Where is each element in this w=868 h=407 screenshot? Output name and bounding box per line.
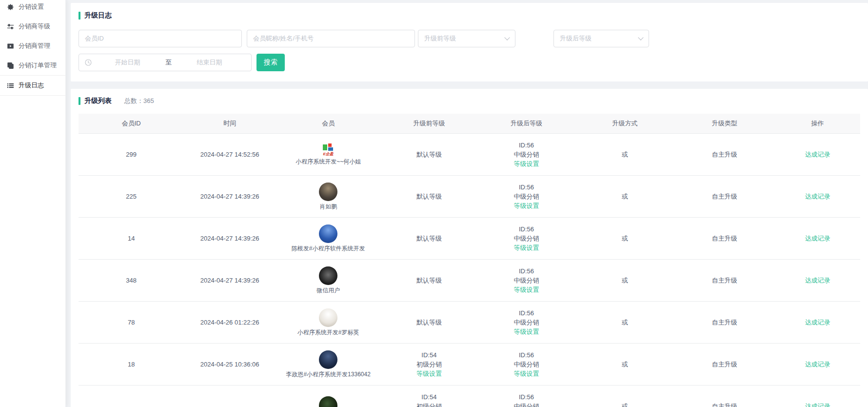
post-level-select[interactable]: 升级后等级 [553,30,649,47]
post-level-settings-link[interactable]: 等级设置 [477,369,575,378]
sidebar-item-upgrade-log[interactable]: 升级日志 [0,75,65,96]
member-name: 微信用户 [316,286,340,295]
avatar [319,266,337,285]
achievement-record-link[interactable]: 达成记录 [805,235,830,242]
member-cell: 小程序系统开发#罗标英 [276,308,381,337]
time-cell [184,386,276,407]
post-level-settings-link[interactable]: 等级设置 [477,243,575,252]
post-level-cell: ID:56 中级分销 等级设置 [477,392,575,407]
member-name: 小程序系统开发~~何小姐 [296,158,361,166]
achievement-record-link[interactable]: 达成记录 [805,319,830,326]
table-row: 299 2024-04-27 14:52:56 E企盈 小程序系统开发~~何小姐… [79,134,860,176]
post-level-name: 中级分销 [477,192,575,201]
achievement-record-link[interactable]: 达成记录 [805,151,830,158]
nickname-input[interactable]: 会员昵称/姓名/手机号 [247,30,415,47]
date-end-placeholder: 结束日期 [174,58,245,67]
member-cell: 微信用户 [276,266,381,295]
post-level-settings-link[interactable]: 等级设置 [477,159,575,168]
upgrade-table: 会员ID 时间 会员 升级前等级 升级后等级 升级方式 升级类型 操作 299 … [79,114,860,407]
col-header-time: 时间 [184,114,276,134]
member-id-input[interactable]: 会员ID [79,30,242,47]
achievement-record-link[interactable]: 达成记录 [805,361,830,368]
pre-level-select[interactable]: 升级前等级 [418,30,515,47]
avatar [319,308,337,327]
list-title-row: 升级列表 总数：365 [79,97,860,105]
type-cell: 自主升级 [674,302,775,344]
chevron-down-icon [638,35,643,40]
member-cell: 陈根发#小程序软件系统开发 [276,224,381,253]
method-cell: 或 [575,260,674,302]
copy-pages-icon [7,62,14,69]
page-title: 升级日志 [84,11,112,20]
post-level-settings-link[interactable]: 等级设置 [477,327,575,336]
sidebar-item-distributor-management[interactable]: 分销商管理 [0,36,65,56]
pre-level-placeholder: 升级前等级 [424,34,456,43]
col-header-member: 会员 [276,114,381,134]
method-cell: 或 [575,344,674,386]
post-level-settings-link[interactable]: 等级设置 [477,285,575,294]
post-level-cell: ID:56 中级分销 等级设置 [477,308,575,336]
achievement-record-link[interactable]: 达成记录 [805,403,830,407]
member-id-cell: 18 [79,344,184,386]
avatar [319,350,337,369]
post-level-placeholder: 升级后等级 [560,34,592,43]
pre-level-id: ID:54 [381,350,477,360]
post-level-settings-link[interactable]: 等级设置 [477,201,575,210]
member-id-cell [79,386,184,407]
sidebar-item-distribution-settings[interactable]: 分销设置 [0,0,65,17]
member-id-cell: 78 [79,302,184,344]
pre-level-cell: ID:54 初级分销 等级设置 [381,392,477,407]
post-level-name: 中级分销 [477,276,575,285]
member-id-cell: 225 [79,176,184,218]
member-cell: E企盈 小程序系统开发~~何小姐 [276,143,381,166]
col-header-type: 升级类型 [674,114,775,134]
table-header-row: 会员ID 时间 会员 升级前等级 升级后等级 升级方式 升级类型 操作 [79,114,860,134]
search-button[interactable]: 搜索 [256,54,285,71]
post-level-id: ID:56 [477,266,575,276]
sidebar-item-label: 分销商等级 [19,22,50,31]
post-level-cell: ID:56 中级分销 等级设置 [477,224,575,252]
post-level-id: ID:56 [477,308,575,318]
clock-icon [85,59,92,66]
pre-level-cell: 默认等级 [381,318,477,327]
upgrade-list-panel: 升级列表 总数：365 会员ID 时间 会员 升级前等级 升级后等级 升级方式 … [71,89,868,407]
pre-level-name: 默认等级 [381,192,477,201]
member-id-placeholder: 会员ID [85,34,104,43]
post-level-id: ID:56 [477,141,575,150]
col-header-pre-level: 升级前等级 [381,114,477,134]
member-name: 李政恩#小程序系统开发1336042 [286,370,370,379]
achievement-record-link[interactable]: 达成记录 [805,193,830,200]
table-row: 78 2024-04-26 01:22:26 小程序系统开发#罗标英 默认等级 … [79,302,860,344]
total-label: 总数： [124,97,143,104]
type-cell: 自主升级 [674,386,775,407]
pre-level-name: 初级分销 [381,402,477,407]
main-content: 升级日志 会员ID 会员昵称/姓名/手机号 升级前等级 升级后等级 [71,0,868,407]
type-cell: 自主升级 [674,134,775,176]
pre-level-cell: ID:54 初级分销 等级设置 [381,350,477,378]
sidebar-item-label: 分销商管理 [19,41,50,50]
post-level-name: 中级分销 [477,318,575,327]
time-cell: 2024-04-26 01:22:26 [184,302,276,344]
time-cell: 2024-04-25 10:36:06 [184,344,276,386]
post-level-cell: ID:56 中级分销 等级设置 [477,350,575,378]
sidebar-item-distributor-level[interactable]: 分销商等级 [0,17,65,36]
member-cell: 肖如鹏 [276,183,381,211]
member-id-cell: 348 [79,260,184,302]
pre-level-name: 默认等级 [381,234,477,243]
table-row: 18 2024-04-25 10:36:06 李政恩#小程序系统开发133604… [79,344,860,386]
sliders-icon [7,23,14,30]
date-range-input[interactable]: 开始日期 至 结束日期 [79,54,252,71]
pre-level-settings-link[interactable]: 等级设置 [381,369,477,378]
post-level-name: 中级分销 [477,402,575,407]
method-cell: 或 [575,134,674,176]
sidebar-item-order-management[interactable]: 分销订单管理 [0,56,65,75]
time-cell: 2024-04-27 14:39:26 [184,260,276,302]
col-header-method: 升级方式 [575,114,674,134]
sidebar-item-label: 分销设置 [19,2,44,11]
type-cell: 自主升级 [674,344,775,386]
post-level-id: ID:56 [477,183,575,192]
achievement-record-link[interactable]: 达成记录 [805,277,830,284]
media-square-icon [7,42,14,50]
avatar [319,396,337,407]
post-level-name: 中级分销 [477,360,575,369]
